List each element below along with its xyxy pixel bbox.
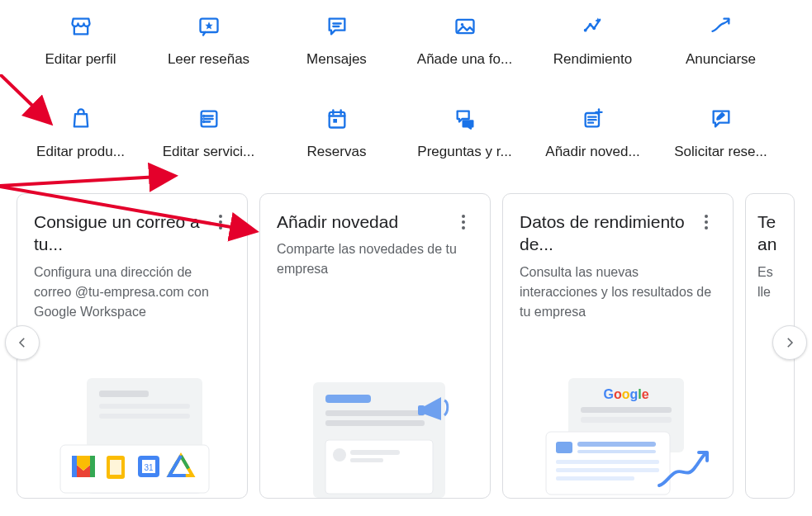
card-description: Consulta las nuevas interacciones y los … bbox=[520, 263, 716, 322]
card-workspace-email[interactable]: Consigue un correo a tu...Configura una … bbox=[17, 193, 248, 499]
list-box-icon bbox=[145, 101, 273, 137]
review-request-icon bbox=[657, 101, 785, 137]
svg-rect-29 bbox=[99, 404, 190, 409]
tile-messages[interactable]: Mensajes bbox=[273, 8, 401, 68]
svg-rect-47 bbox=[350, 458, 383, 462]
image-icon bbox=[401, 8, 529, 45]
tile-label: Añadir noved... bbox=[529, 144, 657, 160]
tile-label: Editar servici... bbox=[145, 144, 273, 160]
tile-read-reviews[interactable]: Leer reseñas bbox=[145, 8, 273, 68]
svg-point-14 bbox=[203, 118, 204, 119]
svg-rect-57 bbox=[556, 460, 659, 464]
svg-rect-59 bbox=[556, 476, 634, 480]
card-description: Es lle bbox=[757, 263, 787, 302]
post-add-icon bbox=[529, 101, 657, 137]
card-title: Te an bbox=[757, 211, 787, 256]
chevron-left-icon bbox=[15, 335, 30, 350]
action-tiles-grid: Editar perfilLeer reseñasMensajesAñade u… bbox=[0, 0, 812, 193]
tile-request-reviews[interactable]: Solicitar rese... bbox=[657, 101, 785, 160]
svg-rect-46 bbox=[350, 450, 400, 455]
tile-advertise[interactable]: Anunciarse bbox=[657, 8, 785, 68]
calendar-icon bbox=[273, 101, 401, 137]
tile-label: Anunciarse bbox=[657, 51, 785, 68]
tile-label: Leer reseñas bbox=[145, 51, 273, 68]
svg-rect-56 bbox=[577, 450, 656, 453]
svg-rect-33 bbox=[110, 460, 121, 475]
svg-rect-52 bbox=[581, 417, 672, 423]
qna-bubbles-icon bbox=[401, 101, 529, 137]
tile-label: Solicitar rese... bbox=[657, 144, 785, 160]
storefront-icon bbox=[17, 8, 145, 45]
card-menu-button[interactable] bbox=[211, 212, 230, 232]
tile-performance[interactable]: Rendimiento bbox=[529, 8, 657, 68]
tile-add-update[interactable]: Añadir noved... bbox=[529, 101, 657, 160]
svg-rect-55 bbox=[577, 442, 656, 447]
tile-label: Mensajes bbox=[273, 51, 401, 68]
tile-qna[interactable]: Preguntas y r... bbox=[401, 101, 529, 160]
tile-label: Reservas bbox=[273, 144, 401, 160]
card-add-update-card[interactable]: Añadir novedadComparte las novedades de … bbox=[259, 193, 491, 499]
svg-text:31: 31 bbox=[144, 463, 154, 472]
cards-carousel: Consigue un correo a tu...Configura una … bbox=[0, 193, 812, 499]
card-title: Datos de rendimiento de... bbox=[520, 211, 696, 256]
card-illustration bbox=[277, 289, 473, 498]
card-illustration: Google bbox=[520, 332, 716, 498]
svg-rect-42 bbox=[325, 410, 425, 416]
carousel-prev-button[interactable] bbox=[5, 325, 40, 360]
tile-edit-products[interactable]: Editar produ... bbox=[17, 101, 145, 160]
tile-label: Preguntas y r... bbox=[401, 144, 529, 160]
tile-bookings[interactable]: Reservas bbox=[273, 101, 401, 160]
card-title: Consigue un correo a tu... bbox=[34, 211, 211, 256]
tile-label: Editar perfil bbox=[17, 51, 145, 68]
chat-lines-icon bbox=[273, 8, 401, 45]
card-menu-button[interactable] bbox=[453, 212, 473, 232]
tile-edit-services[interactable]: Editar servici... bbox=[145, 101, 273, 160]
shopping-bag-icon bbox=[17, 101, 145, 137]
svg-rect-44 bbox=[325, 440, 433, 494]
svg-point-7 bbox=[588, 23, 591, 26]
svg-point-13 bbox=[203, 116, 204, 116]
svg-point-15 bbox=[203, 121, 204, 122]
svg-rect-41 bbox=[325, 395, 371, 403]
card-title: Añadir novedad bbox=[277, 211, 453, 233]
svg-marker-1 bbox=[205, 21, 212, 29]
svg-rect-54 bbox=[556, 442, 572, 453]
chevron-right-icon bbox=[782, 335, 797, 350]
card-performance-data[interactable]: Datos de rendimiento de...Consulta las n… bbox=[502, 193, 734, 499]
svg-rect-28 bbox=[99, 391, 149, 397]
tile-edit-profile[interactable]: Editar perfil bbox=[17, 8, 145, 68]
card-description: Configura una dirección de correo @tu-em… bbox=[34, 263, 230, 322]
spark-up-icon bbox=[529, 8, 657, 45]
tile-add-photo[interactable]: Añade una fo... bbox=[401, 8, 529, 68]
carousel-next-button[interactable] bbox=[772, 325, 807, 360]
svg-point-8 bbox=[592, 26, 596, 30]
tile-label: Editar produ... bbox=[17, 144, 145, 160]
tile-label: Rendimiento bbox=[529, 51, 657, 68]
card-description: Comparte las novedades de tu empresa bbox=[277, 239, 473, 279]
tile-label: Añade una fo... bbox=[401, 51, 529, 68]
svg-rect-43 bbox=[325, 420, 425, 426]
svg-text:Google: Google bbox=[603, 387, 648, 401]
card-illustration: 31 bbox=[34, 332, 230, 498]
card-menu-button[interactable] bbox=[696, 212, 716, 232]
svg-rect-30 bbox=[99, 414, 190, 419]
review-star-icon bbox=[145, 8, 273, 45]
svg-point-45 bbox=[333, 448, 346, 462]
svg-rect-58 bbox=[556, 468, 659, 472]
svg-rect-20 bbox=[333, 119, 337, 123]
svg-rect-51 bbox=[581, 407, 672, 413]
svg-rect-48 bbox=[418, 405, 425, 415]
trend-arrow-icon bbox=[657, 8, 785, 45]
svg-point-6 bbox=[583, 29, 586, 32]
